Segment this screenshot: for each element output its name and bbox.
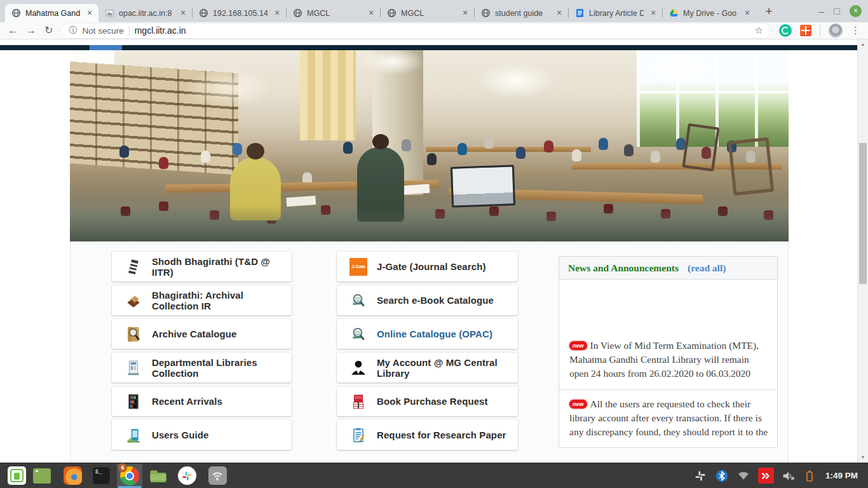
link-opac[interactable]: Online Catalogue (OPAC)	[337, 319, 518, 349]
link-recent-arrivals[interactable]: Recent Arrivals	[112, 386, 292, 416]
browser-tab-active[interactable]: Mahatma Gand	[5, 4, 98, 22]
browser-tab[interactable]: 192.168.105.14	[193, 4, 286, 22]
clock[interactable]: 1:49 PM	[825, 471, 858, 480]
link-ebook-catalogue[interactable]: Search e-Book Catalogue	[337, 285, 518, 315]
security-label: Not secure	[82, 26, 123, 36]
news-header: News and Announcements(read all)	[559, 257, 777, 280]
toolbar-separator	[820, 25, 820, 36]
photo-table-decor	[426, 147, 591, 152]
tab-close-icon[interactable]	[85, 8, 95, 18]
wifi-icon[interactable]	[737, 471, 750, 481]
news-item: newIn View of Mid Term Examination (MTE)…	[559, 339, 777, 390]
tab-close-icon[interactable]	[554, 8, 564, 18]
tab-close-icon[interactable]	[648, 8, 658, 18]
tab-close-icon[interactable]	[366, 8, 376, 18]
refresh-button[interactable]: ↻	[44, 25, 53, 36]
browser-toolbar: ← → ↻ ⓘ Not secure mgcl.iitr.ac.in	[0, 22, 868, 39]
browser-menu-icon[interactable]	[851, 25, 860, 36]
chrome-launcher[interactable]: 6	[117, 464, 142, 488]
files-launcher[interactable]	[146, 464, 171, 488]
extension-icon[interactable]	[800, 25, 811, 36]
window-close-button[interactable]	[850, 5, 862, 17]
link-departmental-libraries[interactable]: Departmental Libraries Collection	[112, 353, 292, 383]
page-info-icon[interactable]: ⓘ	[69, 25, 77, 36]
link-my-account[interactable]: My Account @ MG Central Library	[337, 353, 518, 383]
photo-floor-decor	[70, 207, 789, 241]
tab-close-icon[interactable]	[742, 8, 752, 18]
new-badge: new	[569, 400, 587, 409]
url-text: mgcl.iitr.ac.in	[135, 25, 186, 36]
browser-tab-strip: Mahatma Gand opac.iitr.ac.in:8 192.168.1…	[0, 0, 868, 22]
bluetooth-icon[interactable]	[715, 469, 729, 483]
system-tray: 1:49 PM	[694, 468, 864, 484]
news-read-all-link[interactable]: (read all)	[688, 262, 726, 273]
bookmark-star-icon[interactable]	[755, 25, 763, 36]
catalogue-search-icon	[349, 325, 367, 344]
guide-kiosk-icon	[125, 426, 142, 445]
new-tab-button[interactable]	[760, 3, 778, 21]
volume-muted-icon[interactable]	[782, 470, 796, 482]
scrollbar-down-arrow[interactable]: ▼	[858, 452, 868, 463]
link-research-paper-request[interactable]: Request for Research Paper	[337, 420, 518, 450]
show-desktop-button[interactable]	[29, 464, 55, 488]
tab-close-icon[interactable]	[272, 8, 282, 18]
taskbar: $_ 6 1:49 PM	[0, 463, 868, 488]
browser-tab[interactable]: student guide	[475, 4, 568, 22]
news-item: newAll the users are requested to check …	[559, 390, 777, 448]
scrollbar-thumb[interactable]	[859, 143, 867, 284]
slack-icon	[178, 466, 196, 485]
link-users-guide[interactable]: Users Guide	[112, 420, 292, 450]
link-shodh-bhagirathi[interactable]: Shodh Bhagirathi (T&D @ IITR)	[112, 252, 292, 281]
quick-links-right-column: J-Gate J-Gate (Journal Search) Search e-…	[337, 252, 518, 454]
browser-tab[interactable]: MGCL	[381, 4, 474, 22]
network-app-launcher[interactable]	[205, 464, 230, 488]
grammarly-extension-icon[interactable]	[779, 24, 792, 37]
scrollbar-up-arrow[interactable]: ▲	[858, 39, 868, 50]
tab-close-icon[interactable]	[460, 8, 470, 18]
new-badge: new	[569, 341, 587, 350]
address-bar[interactable]: ⓘ Not secure mgcl.iitr.ac.in	[61, 24, 771, 38]
forward-button[interactable]: →	[26, 25, 36, 36]
mint-logo-icon	[8, 466, 26, 485]
archive-search-icon	[125, 325, 142, 344]
globe-favicon-icon	[480, 8, 491, 18]
link-jgate[interactable]: J-Gate J-Gate (Journal Search)	[337, 252, 518, 281]
browser-tab[interactable]: Library Article D	[569, 4, 662, 22]
terminal-icon: $_	[92, 466, 111, 485]
site-navbar-active-indicator	[90, 45, 122, 50]
screen: Mahatma Gand opac.iitr.ac.in:8 192.168.1…	[0, 0, 868, 488]
browser-tab[interactable]: My Drive - Goo	[663, 4, 756, 22]
mint-menu-button[interactable]	[4, 464, 29, 488]
link-archive-catalogue[interactable]: Archive Catalogue	[112, 319, 292, 349]
tab-title: opac.iitr.ac.in:8	[119, 9, 173, 18]
clipboard-pencil-icon	[349, 426, 367, 445]
firefox-launcher[interactable]	[60, 464, 85, 488]
tab-close-icon[interactable]	[178, 8, 188, 18]
photo-empty-chair-decor	[728, 137, 775, 196]
omnibox-divider	[129, 26, 130, 36]
slack-tray-icon[interactable]	[694, 470, 707, 482]
globe-favicon-icon	[198, 8, 208, 18]
news-scroll-gap	[559, 280, 777, 339]
window-minimize-button[interactable]	[819, 8, 824, 15]
page-content: Shodh Bhagirathi (T&D @ IITR) Bhagirathi…	[70, 241, 789, 463]
image-favicon-icon	[104, 8, 114, 18]
link-bhagirathi-archival[interactable]: Bhagirathi: Archival Collection IR	[112, 285, 292, 315]
user-account-icon	[349, 358, 367, 377]
back-button[interactable]: ←	[8, 25, 18, 36]
browser-tab[interactable]: opac.iitr.ac.in:8	[98, 4, 192, 22]
browser-tab[interactable]: MGCL	[287, 4, 380, 22]
google-drive-favicon-icon	[668, 8, 679, 18]
desktop-icon	[33, 468, 51, 484]
link-book-purchase[interactable]: Book Purchase Request	[337, 386, 518, 416]
globe-favicon-icon	[386, 8, 397, 18]
window-maximize-button[interactable]	[834, 8, 840, 15]
battery-icon[interactable]	[804, 469, 815, 483]
vertical-scrollbar[interactable]: ▲ ▼	[857, 39, 868, 463]
slack-launcher[interactable]	[174, 464, 200, 488]
profile-avatar[interactable]	[829, 24, 843, 37]
tab-title: student guide	[495, 9, 550, 18]
anydesk-icon[interactable]	[758, 468, 774, 484]
terminal-launcher[interactable]: $_	[88, 464, 114, 488]
tab-title: Library Article D	[589, 9, 644, 18]
